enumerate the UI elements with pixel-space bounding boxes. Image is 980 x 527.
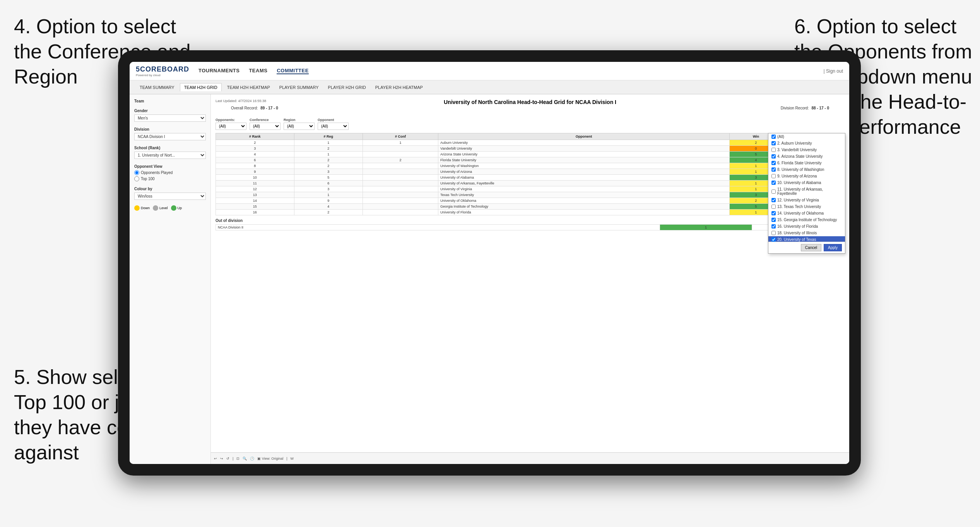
sidebar-top100-radio[interactable]: Top 100	[134, 176, 206, 181]
dropdown-item[interactable]: 14. University of Oklahoma	[768, 210, 845, 217]
sidebar-colour-select[interactable]: Win/loss	[134, 193, 206, 200]
dropdown-checkbox[interactable]	[771, 161, 776, 165]
sub-nav-player-h2h-grid[interactable]: PLAYER H2H GRID	[324, 84, 370, 91]
sub-nav-player-heatmap[interactable]: PLAYER H2H HEATMAP	[371, 84, 427, 91]
conference-filter-select[interactable]: (All)	[250, 123, 280, 130]
sidebar-opponents-played-radio[interactable]: Opponents Played	[134, 170, 206, 175]
dropdown-item-label: 15. Georgia Institute of Technology	[777, 218, 837, 222]
toolbar-zoom-fit[interactable]: ⊡	[236, 457, 239, 460]
report-records: Overall Record: 89 - 17 - 0 Division Rec…	[215, 106, 845, 110]
dropdown-item[interactable]: 11. University of Arkansas, Fayetteville	[768, 186, 845, 197]
legend-up-icon	[171, 205, 176, 211]
cell-rank: 15	[216, 204, 294, 210]
nav-signout[interactable]: | Sign out	[824, 68, 843, 74]
dropdown-checkbox[interactable]	[771, 135, 776, 139]
nav-teams[interactable]: TEAMS	[249, 68, 267, 74]
dropdown-checkbox[interactable]	[771, 181, 776, 185]
cancel-button[interactable]: Cancel	[801, 244, 821, 251]
dropdown-item[interactable]: 18. University of Illinois	[768, 230, 845, 236]
dropdown-checkbox[interactable]	[771, 141, 776, 145]
dropdown-item-label: 16. University of Florida	[777, 224, 818, 229]
cell-opponent: Georgia Institute of Technology	[438, 204, 730, 210]
dropdown-item[interactable]: 3. Vanderbilt University	[768, 147, 845, 153]
dropdown-item[interactable]: 10. University of Alabama	[768, 179, 845, 186]
dropdown-checkbox[interactable]	[771, 205, 776, 209]
nav-tournaments[interactable]: TOURNAMENTS	[198, 68, 239, 74]
filter-row: Opponents: (All) Conference (All) Region	[215, 118, 845, 130]
dropdown-checkbox[interactable]	[771, 224, 776, 229]
dropdown-item[interactable]: 9. University of Arizona	[768, 173, 845, 179]
cell-rank: 14	[216, 198, 294, 204]
legend-level-icon	[153, 205, 158, 211]
dropdown-checkbox[interactable]	[771, 148, 776, 152]
opponents-played-radio-input[interactable]	[134, 170, 139, 175]
cell-rank: 2	[216, 140, 294, 146]
toolbar-view-original[interactable]: ▣ View: Original	[257, 457, 283, 460]
cell-rank: 3	[216, 146, 294, 152]
cell-conf	[363, 186, 438, 192]
opponent-filter-label: Opponent	[318, 118, 349, 122]
sidebar-opponent-view-section: Opponent View Opponents Played Top 100	[134, 164, 206, 181]
toolbar-clock[interactable]: 🕐	[250, 457, 254, 460]
sidebar-division-section: Division NCAA Division I	[134, 127, 206, 140]
sub-nav-team-summary[interactable]: TEAM SUMMARY	[136, 84, 178, 91]
dropdown-checkbox[interactable]	[771, 154, 776, 159]
sub-nav-h2h-grid[interactable]: TEAM H2H GRID	[180, 83, 222, 91]
table-row: 12 3 University of Virginia 1 2	[216, 186, 845, 192]
legend: Down Level Up	[134, 205, 206, 211]
report-meta: Last Updated: 4/7/2024 16:55:38	[215, 99, 266, 103]
region-filter-select[interactable]: (All)	[284, 123, 315, 130]
dropdown-item-label: 14. University of Oklahoma	[777, 211, 824, 215]
dropdown-checkbox[interactable]	[771, 174, 776, 178]
toolbar-zoom-in[interactable]: 🔍	[243, 457, 247, 460]
opponents-filter-select[interactable]: (All)	[215, 123, 246, 130]
opponent-filter-select[interactable]: (All)	[318, 123, 349, 130]
division-record: Division Record: 88 - 17 - 0	[781, 106, 829, 110]
top100-radio-input[interactable]	[134, 176, 139, 181]
sidebar-gender-section: Gender Men's	[134, 109, 206, 122]
dropdown-checkbox[interactable]	[771, 237, 776, 242]
dropdown-checkbox[interactable]	[771, 189, 776, 194]
cell-reg: 5	[294, 175, 363, 181]
toolbar-redo[interactable]: ↪	[220, 457, 223, 460]
out-of-division: Out of division NCAA Division II 1 0	[215, 218, 845, 230]
sub-nav-h2h-heatmap[interactable]: TEAM H2H HEATMAP	[223, 84, 274, 91]
dropdown-item[interactable]: 13. Texas Tech University	[768, 203, 845, 210]
dropdown-item-label: 10. University of Alabama	[777, 181, 821, 185]
dropdown-item-label: 3. Vanderbilt University	[777, 148, 817, 152]
conference-filter-group: Conference (All)	[250, 118, 280, 130]
toolbar-undo[interactable]: ↩	[214, 457, 217, 460]
dropdown-item[interactable]: 20. University of Texas	[768, 236, 845, 242]
apply-button[interactable]: Apply	[824, 244, 842, 251]
cell-opponent: Texas Tech University	[438, 192, 730, 198]
dropdown-checkbox[interactable]	[771, 218, 776, 222]
out-of-division-table: NCAA Division II 1 0	[215, 224, 845, 230]
dropdown-item[interactable]: 15. Georgia Institute of Technology	[768, 217, 845, 223]
cell-reg: 1	[294, 152, 363, 157]
dropdown-item[interactable]: 6. Florida State University	[768, 160, 845, 166]
dropdown-checkbox[interactable]	[771, 198, 776, 202]
dropdown-list[interactable]: (All)2. Auburn University3. Vanderbilt U…	[768, 133, 845, 242]
dropdown-item[interactable]: 12. University of Virginia	[768, 197, 845, 203]
sidebar-gender-select[interactable]: Men's	[134, 114, 206, 122]
sidebar-division-select[interactable]: NCAA Division I	[134, 133, 206, 140]
dropdown-item[interactable]: 16. University of Florida	[768, 223, 845, 230]
cell-conf	[363, 175, 438, 181]
cell-rank: 4	[216, 152, 294, 157]
dropdown-item[interactable]: 8. University of Washington	[768, 166, 845, 173]
nav-committee[interactable]: COMMITTEE	[277, 68, 309, 74]
table-row: 6 2 2 Florida State University 4 2	[216, 157, 845, 163]
table-row: 10 5 University of Alabama 3 0	[216, 175, 845, 181]
dropdown-item[interactable]: 4. Arizona State University	[768, 153, 845, 160]
dropdown-item[interactable]: (All)	[768, 133, 845, 140]
sidebar-school-select[interactable]: 1. University of Nort...	[134, 152, 206, 159]
cell-conf	[363, 163, 438, 169]
toolbar-refresh[interactable]: ↺	[226, 457, 229, 460]
dropdown-checkbox[interactable]	[771, 167, 776, 172]
sub-nav-player-summary[interactable]: PLAYER SUMMARY	[275, 84, 323, 91]
dropdown-checkbox[interactable]	[771, 211, 776, 215]
dropdown-item[interactable]: 2. Auburn University	[768, 140, 845, 147]
legend-level: Level	[153, 205, 168, 211]
sidebar-radio-group: Opponents Played Top 100	[134, 170, 206, 181]
dropdown-checkbox[interactable]	[771, 231, 776, 235]
